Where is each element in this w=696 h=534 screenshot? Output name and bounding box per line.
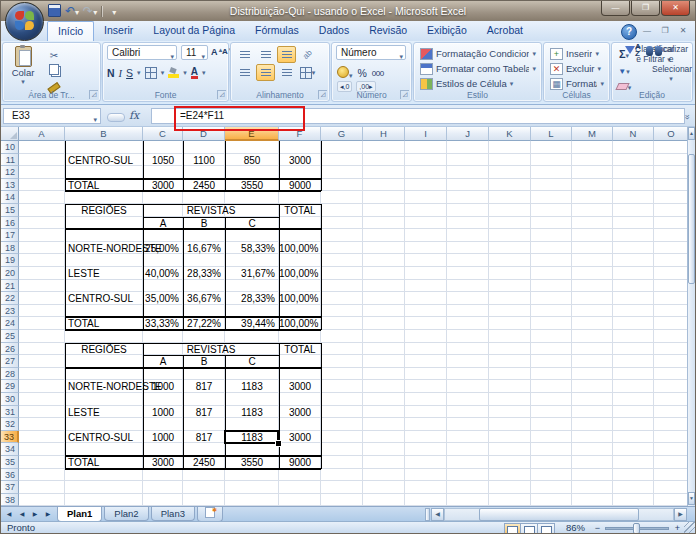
paste-button[interactable]: Colar ▾ xyxy=(6,45,40,91)
delete-cells-button[interactable]: ✕Excluir▾ xyxy=(548,61,606,76)
fill-handle[interactable] xyxy=(275,440,282,447)
merge-center-button[interactable]: ▾ xyxy=(298,64,317,81)
row-header-16[interactable]: 16 xyxy=(1,217,19,230)
ribbon-tab-revisão[interactable]: Revisão xyxy=(359,21,417,41)
cell-B13[interactable]: TOTAL xyxy=(65,179,143,192)
vertical-scroll-thumb[interactable] xyxy=(688,154,695,284)
undo-button[interactable]: ↶▾ xyxy=(65,4,79,19)
name-box[interactable]: E33 ▾ xyxy=(3,108,101,124)
cell-B26[interactable]: REGIÕES xyxy=(65,343,143,356)
cell-F13[interactable]: 9000 xyxy=(279,179,321,192)
row-header-10[interactable]: 10 xyxy=(1,141,19,154)
scroll-up-icon[interactable]: ▲ xyxy=(688,127,695,140)
insert-worksheet-button[interactable] xyxy=(197,507,223,522)
row-header-18[interactable]: 18 xyxy=(1,242,19,255)
cell-F18[interactable]: 100,00% xyxy=(279,242,321,255)
cell-C22[interactable]: 35,00% xyxy=(143,292,183,305)
cell-F29[interactable]: 3000 xyxy=(279,380,321,393)
row-header-22[interactable]: 22 xyxy=(1,292,19,305)
last-sheet-button[interactable]: ▶ xyxy=(42,508,54,520)
cell-B29[interactable]: NORTE-NORDESTE xyxy=(65,380,143,393)
cell-C20[interactable]: 40,00% xyxy=(143,267,183,280)
row-header-32[interactable]: 32 xyxy=(1,418,19,431)
copy-button[interactable] xyxy=(45,63,63,77)
cell-E16[interactable]: C xyxy=(225,217,279,230)
cell-B33[interactable]: CENTRO-SUL xyxy=(65,431,143,444)
column-header-B[interactable]: B xyxy=(65,127,143,141)
format-as-table-button[interactable]: Formatar como Tabela▾ xyxy=(418,61,538,76)
cell-C27[interactable]: A xyxy=(143,355,183,368)
sheet-tab-plan1[interactable]: Plan1 xyxy=(57,507,102,522)
cell-E35[interactable]: 3550 xyxy=(225,456,279,469)
cell-B15[interactable]: REGIÕES xyxy=(65,204,143,217)
column-header-A[interactable]: A xyxy=(19,127,65,141)
sheet-tab-plan2[interactable]: Plan2 xyxy=(104,507,148,521)
number-dialog-launcher[interactable]: ◿ xyxy=(400,90,409,99)
cell-F22[interactable]: 100,00% xyxy=(279,292,321,305)
row-header-29[interactable]: 29 xyxy=(1,380,19,393)
align-middle-button[interactable] xyxy=(256,46,275,63)
cell-C35[interactable]: 3000 xyxy=(143,456,183,469)
cell-F11[interactable]: 3000 xyxy=(279,154,321,167)
fill-color-icon[interactable] xyxy=(168,68,179,78)
cell-B24[interactable]: TOTAL xyxy=(65,317,143,330)
cell-C15[interactable]: REVISTAS xyxy=(143,204,279,217)
cell-C26[interactable]: REVISTAS xyxy=(143,343,279,356)
close-button[interactable]: ✕ xyxy=(661,1,690,16)
row-header-15[interactable]: 15 xyxy=(1,204,19,217)
row-header-11[interactable]: 11 xyxy=(1,154,19,167)
orientation-button[interactable]: ab xyxy=(298,46,317,63)
customize-qat-button[interactable]: ▾ xyxy=(107,4,121,19)
font-name-combo[interactable]: Calibri ▾ xyxy=(107,45,177,60)
cell-D11[interactable]: 1100 xyxy=(183,154,225,167)
align-right-button[interactable] xyxy=(277,64,296,81)
zoom-in-icon[interactable]: + xyxy=(672,523,683,534)
cell-F15[interactable]: TOTAL xyxy=(279,204,321,217)
cell-E31[interactable]: 1183 xyxy=(225,406,279,419)
cell-E18[interactable]: 58,33% xyxy=(225,242,279,255)
cell-B20[interactable]: LESTE xyxy=(65,267,143,280)
column-header-N[interactable]: N xyxy=(613,127,654,141)
borders-icon[interactable] xyxy=(145,67,157,79)
scroll-down-icon[interactable]: ▼ xyxy=(688,492,695,505)
underline-button[interactable]: S xyxy=(126,67,133,79)
column-header-H[interactable]: H xyxy=(363,127,405,141)
column-header-M[interactable]: M xyxy=(572,127,613,141)
align-top-button[interactable] xyxy=(235,46,254,63)
hscroll-left-icon[interactable]: ◀ xyxy=(431,508,444,521)
insert-function-button[interactable]: fx xyxy=(129,109,139,122)
cells-layer[interactable]: CENTRO-SUL105011008503000TOTAL3000245035… xyxy=(19,141,689,507)
resize-grip[interactable] xyxy=(684,522,695,534)
underline-dropdown-icon[interactable]: ▾ xyxy=(137,69,141,77)
cell-F26[interactable]: TOTAL xyxy=(279,343,321,356)
minimize-button[interactable]: — xyxy=(601,1,630,16)
ribbon-tab-início[interactable]: Início xyxy=(47,21,94,41)
row-header-35[interactable]: 35 xyxy=(1,456,19,469)
row-header-37[interactable]: 37 xyxy=(1,481,19,494)
cell-D22[interactable]: 36,67% xyxy=(183,292,225,305)
cell-F31[interactable]: 3000 xyxy=(279,406,321,419)
font-color-dropdown-icon[interactable]: ▾ xyxy=(202,69,206,77)
ribbon-tab-acrobat[interactable]: Acrobat xyxy=(477,21,533,41)
borders-dropdown-icon[interactable]: ▾ xyxy=(161,69,165,77)
cell-F33[interactable]: 3000 xyxy=(279,431,321,444)
ribbon-tab-inserir[interactable]: Inserir xyxy=(94,21,143,41)
ribbon-tab-exibição[interactable]: Exibição xyxy=(417,21,477,41)
row-header-36[interactable]: 36 xyxy=(1,469,19,482)
fill-button[interactable]: ▼▾ xyxy=(615,62,633,76)
previous-sheet-button[interactable]: ◀ xyxy=(16,508,28,520)
cell-D24[interactable]: 27,22% xyxy=(183,317,225,330)
row-header-14[interactable]: 14 xyxy=(1,191,19,204)
alignment-dialog-launcher[interactable]: ◿ xyxy=(318,90,327,99)
office-button[interactable] xyxy=(5,2,44,41)
number-format-combo[interactable]: Número ▾ xyxy=(336,45,406,60)
clipboard-dialog-launcher[interactable]: ◿ xyxy=(89,90,98,99)
ribbon-tab-fórmulas[interactable]: Fórmulas xyxy=(245,21,309,41)
expand-formula-bar-icon[interactable]: « xyxy=(682,111,696,123)
cell-E29[interactable]: 1183 xyxy=(225,380,279,393)
row-header-31[interactable]: 31 xyxy=(1,406,19,419)
column-header-O[interactable]: O xyxy=(654,127,689,141)
row-header-38[interactable]: 38 xyxy=(1,494,19,507)
cell-D27[interactable]: B xyxy=(183,355,225,368)
view-page-layout-button[interactable] xyxy=(521,523,538,534)
